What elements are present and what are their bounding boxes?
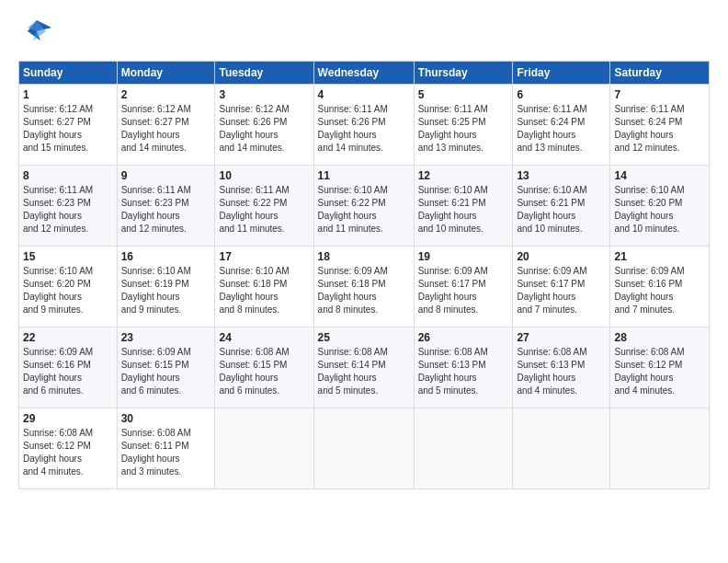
day-number: 2: [121, 88, 211, 101]
day-number: 9: [121, 169, 211, 182]
day-number: 12: [418, 169, 509, 182]
calendar-cell: 29 Sunrise: 6:08 AMSunset: 6:12 PMDaylig…: [19, 408, 118, 489]
calendar-header-wednesday: Wednesday: [313, 62, 414, 85]
day-detail: Sunrise: 6:12 AMSunset: 6:27 PMDaylight …: [121, 104, 191, 153]
calendar-header-friday: Friday: [513, 62, 610, 85]
day-detail: Sunrise: 6:08 AMSunset: 6:13 PMDaylight …: [517, 347, 586, 396]
day-detail: Sunrise: 6:08 AMSunset: 6:15 PMDaylight …: [219, 347, 289, 396]
day-detail: Sunrise: 6:11 AMSunset: 6:25 PMDaylight …: [418, 104, 488, 153]
calendar-cell: 18 Sunrise: 6:09 AMSunset: 6:18 PMDaylig…: [313, 247, 414, 327]
day-number: 18: [318, 250, 410, 263]
calendar-cell: [513, 408, 610, 489]
calendar-week-1: 1 Sunrise: 6:12 AMSunset: 6:27 PMDayligh…: [19, 85, 710, 166]
day-detail: Sunrise: 6:10 AMSunset: 6:21 PMDaylight …: [517, 185, 586, 234]
day-detail: Sunrise: 6:09 AMSunset: 6:17 PMDaylight …: [418, 266, 488, 315]
day-number: 22: [23, 331, 113, 344]
day-detail: Sunrise: 6:09 AMSunset: 6:16 PMDaylight …: [23, 347, 93, 396]
page-header: [18, 15, 710, 52]
day-number: 24: [219, 331, 309, 344]
calendar-header-saturday: Saturday: [610, 62, 710, 85]
day-detail: Sunrise: 6:11 AMSunset: 6:22 PMDaylight …: [219, 185, 289, 234]
calendar-cell: 4 Sunrise: 6:11 AMSunset: 6:26 PMDayligh…: [313, 85, 414, 166]
day-number: 27: [517, 331, 606, 344]
day-number: 3: [219, 88, 309, 101]
day-detail: Sunrise: 6:10 AMSunset: 6:21 PMDaylight …: [418, 185, 488, 234]
day-number: 8: [23, 169, 113, 182]
calendar-header-monday: Monday: [117, 62, 215, 85]
day-detail: Sunrise: 6:09 AMSunset: 6:17 PMDaylight …: [517, 266, 586, 315]
calendar-cell: 3 Sunrise: 6:12 AMSunset: 6:26 PMDayligh…: [215, 85, 313, 166]
calendar-cell: 14 Sunrise: 6:10 AMSunset: 6:20 PMDaylig…: [610, 166, 710, 247]
day-detail: Sunrise: 6:10 AMSunset: 6:22 PMDaylight …: [318, 185, 388, 234]
calendar-cell: [610, 408, 710, 489]
day-number: 23: [121, 331, 211, 344]
calendar-cell: [313, 408, 414, 489]
logo: [18, 15, 55, 52]
day-number: 7: [614, 88, 705, 101]
day-detail: Sunrise: 6:08 AMSunset: 6:11 PMDaylight …: [121, 428, 191, 477]
day-number: 19: [418, 250, 509, 263]
day-detail: Sunrise: 6:09 AMSunset: 6:16 PMDaylight …: [614, 266, 684, 315]
calendar-cell: 1 Sunrise: 6:12 AMSunset: 6:27 PMDayligh…: [19, 85, 118, 166]
calendar-cell: 24 Sunrise: 6:08 AMSunset: 6:15 PMDaylig…: [215, 327, 313, 408]
calendar-cell: 9 Sunrise: 6:11 AMSunset: 6:23 PMDayligh…: [117, 166, 215, 247]
calendar-cell: 8 Sunrise: 6:11 AMSunset: 6:23 PMDayligh…: [19, 166, 118, 247]
calendar-week-3: 15 Sunrise: 6:10 AMSunset: 6:20 PMDaylig…: [19, 247, 710, 327]
calendar-cell: 2 Sunrise: 6:12 AMSunset: 6:27 PMDayligh…: [117, 85, 215, 166]
calendar-cell: 11 Sunrise: 6:10 AMSunset: 6:22 PMDaylig…: [313, 166, 414, 247]
day-number: 13: [517, 169, 606, 182]
calendar-cell: 19 Sunrise: 6:09 AMSunset: 6:17 PMDaylig…: [414, 247, 513, 327]
calendar-cell: 27 Sunrise: 6:08 AMSunset: 6:13 PMDaylig…: [513, 327, 610, 408]
day-detail: Sunrise: 6:11 AMSunset: 6:24 PMDaylight …: [517, 104, 586, 153]
calendar-cell: [414, 408, 513, 489]
day-number: 17: [219, 250, 309, 263]
day-detail: Sunrise: 6:10 AMSunset: 6:20 PMDaylight …: [614, 185, 684, 234]
calendar-cell: 13 Sunrise: 6:10 AMSunset: 6:21 PMDaylig…: [513, 166, 610, 247]
day-detail: Sunrise: 6:11 AMSunset: 6:23 PMDaylight …: [23, 185, 93, 234]
day-number: 5: [418, 88, 509, 101]
day-number: 25: [318, 331, 410, 344]
calendar-cell: 20 Sunrise: 6:09 AMSunset: 6:17 PMDaylig…: [513, 247, 610, 327]
calendar-table: SundayMondayTuesdayWednesdayThursdayFrid…: [18, 61, 710, 489]
calendar-cell: 10 Sunrise: 6:11 AMSunset: 6:22 PMDaylig…: [215, 166, 313, 247]
day-number: 26: [418, 331, 509, 344]
day-number: 15: [23, 250, 113, 263]
logo-bird-icon: [18, 15, 51, 52]
day-detail: Sunrise: 6:10 AMSunset: 6:19 PMDaylight …: [121, 266, 191, 315]
day-number: 21: [614, 250, 705, 263]
calendar-week-4: 22 Sunrise: 6:09 AMSunset: 6:16 PMDaylig…: [19, 327, 710, 408]
calendar-cell: 28 Sunrise: 6:08 AMSunset: 6:12 PMDaylig…: [610, 327, 710, 408]
day-number: 6: [517, 88, 606, 101]
day-number: 16: [121, 250, 211, 263]
day-number: 20: [517, 250, 606, 263]
day-number: 29: [23, 412, 113, 425]
calendar-header-row: SundayMondayTuesdayWednesdayThursdayFrid…: [19, 62, 710, 85]
calendar-cell: 26 Sunrise: 6:08 AMSunset: 6:13 PMDaylig…: [414, 327, 513, 408]
day-detail: Sunrise: 6:09 AMSunset: 6:15 PMDaylight …: [121, 347, 191, 396]
calendar-cell: 22 Sunrise: 6:09 AMSunset: 6:16 PMDaylig…: [19, 327, 118, 408]
calendar-cell: 15 Sunrise: 6:10 AMSunset: 6:20 PMDaylig…: [19, 247, 118, 327]
day-detail: Sunrise: 6:09 AMSunset: 6:18 PMDaylight …: [318, 266, 388, 315]
calendar-cell: 30 Sunrise: 6:08 AMSunset: 6:11 PMDaylig…: [117, 408, 215, 489]
calendar-cell: 7 Sunrise: 6:11 AMSunset: 6:24 PMDayligh…: [610, 85, 710, 166]
day-number: 14: [614, 169, 705, 182]
day-detail: Sunrise: 6:11 AMSunset: 6:23 PMDaylight …: [121, 185, 191, 234]
day-detail: Sunrise: 6:08 AMSunset: 6:14 PMDaylight …: [318, 347, 388, 396]
day-number: 28: [614, 331, 705, 344]
calendar-cell: 17 Sunrise: 6:10 AMSunset: 6:18 PMDaylig…: [215, 247, 313, 327]
day-detail: Sunrise: 6:11 AMSunset: 6:24 PMDaylight …: [614, 104, 684, 153]
day-detail: Sunrise: 6:10 AMSunset: 6:18 PMDaylight …: [219, 266, 289, 315]
calendar-cell: 5 Sunrise: 6:11 AMSunset: 6:25 PMDayligh…: [414, 85, 513, 166]
day-number: 4: [318, 88, 410, 101]
calendar-header-sunday: Sunday: [19, 62, 118, 85]
day-number: 1: [23, 88, 113, 101]
day-detail: Sunrise: 6:10 AMSunset: 6:20 PMDaylight …: [23, 266, 93, 315]
day-detail: Sunrise: 6:08 AMSunset: 6:12 PMDaylight …: [614, 347, 684, 396]
day-detail: Sunrise: 6:11 AMSunset: 6:26 PMDaylight …: [318, 104, 388, 153]
calendar-cell: 12 Sunrise: 6:10 AMSunset: 6:21 PMDaylig…: [414, 166, 513, 247]
day-detail: Sunrise: 6:08 AMSunset: 6:13 PMDaylight …: [418, 347, 488, 396]
calendar-cell: [215, 408, 313, 489]
calendar-cell: 6 Sunrise: 6:11 AMSunset: 6:24 PMDayligh…: [513, 85, 610, 166]
calendar-week-2: 8 Sunrise: 6:11 AMSunset: 6:23 PMDayligh…: [19, 166, 710, 247]
day-number: 11: [318, 169, 410, 182]
